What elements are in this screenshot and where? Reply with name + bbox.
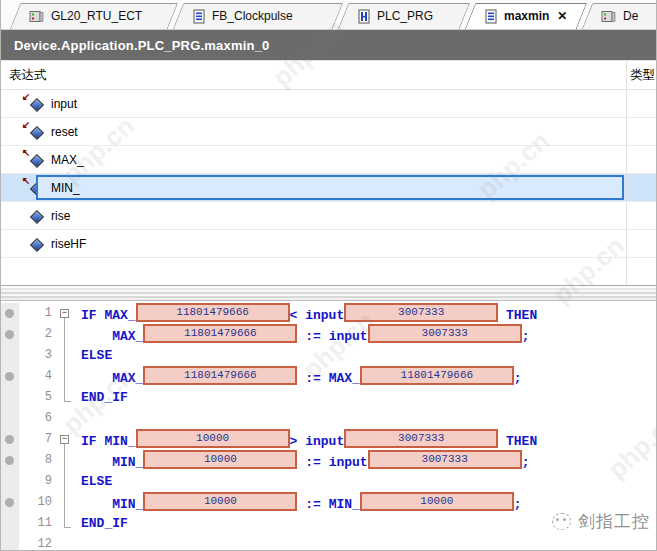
- monitor-value-box[interactable]: 10000: [143, 450, 297, 469]
- code-line-9[interactable]: 9ELSE: [1, 471, 656, 492]
- watch-row-input[interactable]: ↙input: [1, 90, 656, 118]
- line-number: 4: [19, 366, 57, 387]
- monitor-value-box[interactable]: 11801479666: [360, 366, 514, 385]
- code-text[interactable]: END_IF: [73, 387, 656, 408]
- breakpoint-slot-icon[interactable]: [5, 309, 14, 318]
- watch-row-risehf[interactable]: riseHF: [1, 230, 656, 258]
- fold-minus-icon[interactable]: −: [60, 435, 69, 444]
- fold-margin[interactable]: [57, 534, 73, 551]
- line-number: 3: [19, 345, 57, 366]
- code-token: ELSE: [81, 474, 112, 489]
- code-line-8[interactable]: 8 MIN_10000 := input3007333;: [1, 450, 656, 471]
- tab-plc_prg[interactable]: PLC_PRG: [343, 3, 465, 29]
- code-text[interactable]: ELSE: [73, 471, 656, 492]
- variable-name: MAX_: [51, 153, 84, 167]
- fold-margin[interactable]: [57, 450, 73, 471]
- monitor-value-box[interactable]: 3007333: [368, 324, 522, 343]
- breakpoint-margin[interactable]: [1, 324, 19, 345]
- breakpoint-margin[interactable]: [1, 345, 19, 366]
- tab-fb_clockpulse[interactable]: FB_Clockpulse: [178, 3, 338, 29]
- line-number: 8: [19, 450, 57, 471]
- line-number: 6: [19, 408, 57, 429]
- breakpoint-margin[interactable]: [1, 534, 19, 551]
- fold-minus-icon[interactable]: −: [60, 309, 69, 318]
- breakpoint-slot-icon[interactable]: [5, 498, 14, 507]
- code-line-7[interactable]: 7−IF MIN_10000> input3007333 THEN: [1, 429, 656, 450]
- code-line-1[interactable]: 1−IF MAX_11801479666< input3007333 THEN: [1, 303, 656, 324]
- fold-margin[interactable]: [57, 492, 73, 513]
- code-token: := input: [297, 329, 367, 344]
- breakpoint-margin[interactable]: [1, 408, 19, 429]
- brand-logo-text: 剑指工控: [578, 510, 650, 533]
- code-line-3[interactable]: 3ELSE: [1, 345, 656, 366]
- breakpoint-slot-icon[interactable]: [5, 456, 14, 465]
- code-line-6[interactable]: 6: [1, 408, 656, 429]
- tab-close-icon[interactable]: ✕: [557, 10, 567, 22]
- expression-cell-editor[interactable]: [36, 175, 624, 200]
- watch-row-rise[interactable]: rise: [1, 202, 656, 230]
- fold-margin[interactable]: [57, 513, 73, 534]
- line-number: 12: [19, 534, 57, 551]
- breakpoint-slot-icon[interactable]: [5, 372, 14, 381]
- code-line-12[interactable]: 12: [1, 534, 656, 551]
- fold-margin[interactable]: [57, 366, 73, 387]
- breakpoint-margin[interactable]: [1, 471, 19, 492]
- code-token: END_IF: [81, 390, 128, 405]
- monitor-value-box[interactable]: 10000: [143, 492, 297, 511]
- breakpoint-margin[interactable]: [1, 387, 19, 408]
- code-text[interactable]: ELSE: [73, 345, 656, 366]
- fold-margin[interactable]: [57, 345, 73, 366]
- code-token: THEN: [498, 308, 537, 323]
- pane-splitter[interactable]: [1, 285, 656, 300]
- monitor-value-box[interactable]: 3007333: [368, 450, 522, 469]
- column-header-type[interactable]: 类型: [630, 67, 655, 84]
- code-token: MIN_: [81, 455, 143, 470]
- code-text[interactable]: IF MAX_11801479666< input3007333 THEN: [73, 303, 656, 324]
- code-token: < input: [290, 308, 345, 323]
- code-text[interactable]: MIN_10000 := input3007333;: [73, 450, 656, 471]
- fold-margin[interactable]: [57, 471, 73, 492]
- breakpoint-margin[interactable]: [1, 492, 19, 513]
- code-line-4[interactable]: 4 MAX_11801479666 := MAX_11801479666;: [1, 366, 656, 387]
- breakpoint-margin[interactable]: [1, 450, 19, 471]
- code-text[interactable]: IF MIN_10000> input3007333 THEN: [73, 429, 656, 450]
- code-text[interactable]: MAX_11801479666 := MAX_11801479666;: [73, 366, 656, 387]
- fold-margin[interactable]: −: [57, 303, 73, 324]
- column-divider[interactable]: [626, 61, 627, 285]
- monitor-value-box[interactable]: 11801479666: [143, 366, 297, 385]
- breakpoint-slot-icon[interactable]: [5, 435, 14, 444]
- breakpoint-margin[interactable]: [1, 366, 19, 387]
- column-header-expression[interactable]: 表达式: [9, 67, 47, 84]
- tab-de[interactable]: De: [587, 3, 656, 29]
- monitor-value-box[interactable]: 3007333: [344, 429, 498, 448]
- breakpoint-margin[interactable]: [1, 303, 19, 324]
- breakpoint-margin[interactable]: [1, 513, 19, 534]
- monitor-value-box[interactable]: 3007333: [344, 303, 498, 322]
- watch-row-reset[interactable]: ↙reset: [1, 118, 656, 146]
- tab-maxmin[interactable]: maxmin✕: [470, 3, 582, 29]
- fold-margin[interactable]: −: [57, 429, 73, 450]
- monitor-value-box[interactable]: 11801479666: [136, 303, 290, 322]
- fold-margin[interactable]: [57, 408, 73, 429]
- code-line-5[interactable]: 5END_IF: [1, 387, 656, 408]
- watch-row-min_[interactable]: ↖MIN_: [1, 174, 656, 202]
- watch-row-max_[interactable]: ↖MAX_: [1, 146, 656, 174]
- monitor-value-box[interactable]: 11801479666: [143, 324, 297, 343]
- monitor-value-box[interactable]: 10000: [360, 492, 514, 511]
- line-number: 10: [19, 492, 57, 513]
- variable-name: input: [51, 97, 77, 111]
- monitor-value-box[interactable]: 10000: [136, 429, 290, 448]
- tab-label: PLC_PRG: [377, 9, 433, 23]
- breakpoint-slot-icon[interactable]: [5, 330, 14, 339]
- code-token: ;: [514, 497, 522, 512]
- fold-margin[interactable]: [57, 324, 73, 345]
- code-text[interactable]: MAX_11801479666 := input3007333;: [73, 324, 656, 345]
- code-text[interactable]: [73, 408, 656, 429]
- line-number: 11: [19, 513, 57, 534]
- breakpoint-margin[interactable]: [1, 429, 19, 450]
- code-token: MAX_: [81, 371, 143, 386]
- fold-margin[interactable]: [57, 387, 73, 408]
- code-text[interactable]: [73, 534, 656, 551]
- code-line-2[interactable]: 2 MAX_11801479666 := input3007333;: [1, 324, 656, 345]
- tab-gl20_rtu_ect[interactable]: GL20_RTU_ECT: [15, 3, 173, 29]
